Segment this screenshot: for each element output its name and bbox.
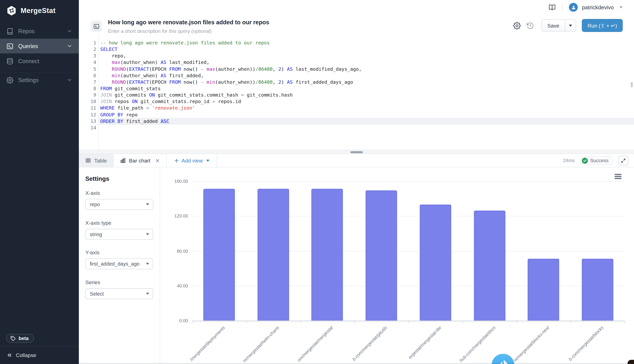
select-value: first_added_days_ago bbox=[90, 261, 140, 267]
run-status: 24ms Success bbox=[563, 154, 628, 167]
expand-results-button[interactable] bbox=[618, 156, 628, 166]
gear-icon bbox=[6, 76, 13, 84]
plus-icon bbox=[174, 158, 179, 163]
chevron-down-icon bbox=[67, 28, 72, 34]
chevron-down-icon bbox=[67, 77, 72, 83]
settings-heading: Settings bbox=[85, 175, 109, 182]
chart-menu-icon[interactable] bbox=[615, 174, 622, 179]
line-number: 2 bbox=[79, 46, 96, 52]
editor-code[interactable]: -- how long ago were renovate.json files… bbox=[100, 40, 634, 131]
book-icon bbox=[6, 28, 13, 34]
caret-down-icon bbox=[146, 293, 149, 295]
code-line-14 bbox=[100, 124, 634, 131]
results-tabbar: TableBar chartAdd view 24ms Success bbox=[79, 154, 634, 167]
query-duration: 24ms bbox=[563, 158, 575, 164]
bar-/mergestat/deployments bbox=[204, 189, 235, 321]
x-axis-select[interactable]: repo bbox=[85, 199, 153, 210]
x-axis-tick bbox=[625, 321, 625, 324]
series-select[interactable]: Select bbox=[85, 288, 153, 299]
tab-table[interactable]: Table bbox=[79, 154, 114, 167]
tag-icon bbox=[10, 336, 16, 341]
gutter-border bbox=[98, 36, 99, 150]
user-menu-caret-icon[interactable] bbox=[620, 6, 623, 8]
query-terminal-icon bbox=[90, 20, 102, 32]
results-content: Settings X-axisrepoX-axis typestringY-ax… bbox=[79, 167, 634, 364]
logo[interactable]: MergeStat bbox=[0, 0, 79, 16]
close-icon[interactable] bbox=[155, 158, 160, 163]
tab-label: Table bbox=[94, 158, 107, 164]
mergestat-logo-icon bbox=[6, 5, 17, 16]
gridline bbox=[192, 181, 625, 182]
docs-book-icon[interactable] bbox=[549, 4, 556, 11]
bar-om/mergestat/mergestat bbox=[312, 189, 343, 321]
field-label-x-axis-type: X-axis type bbox=[85, 220, 111, 226]
sidebar-item-queries[interactable]: Queries bbox=[0, 38, 79, 54]
tab-bar-chart[interactable]: Bar chart bbox=[114, 154, 166, 167]
sql-editor[interactable]: 1234567891011121314 -- how long ago were… bbox=[79, 36, 634, 150]
save-menu-button[interactable] bbox=[565, 20, 576, 31]
gridline bbox=[192, 216, 625, 216]
panel-resize-handle[interactable] bbox=[350, 151, 363, 153]
y-axis-tick-label: 40.00 bbox=[164, 283, 188, 288]
mergestat-app: MergeStat ReposQueriesConnectSettings be… bbox=[0, 0, 634, 364]
code-line-2: SELECT bbox=[100, 46, 634, 52]
tab-label: Bar chart bbox=[129, 158, 150, 164]
line-number: 8 bbox=[79, 85, 96, 92]
query-title[interactable]: How long ago were renovate.json files ad… bbox=[108, 19, 269, 26]
line-number: 13 bbox=[79, 118, 96, 124]
code-line-4: max(author_when) AS last_modified, bbox=[100, 59, 634, 66]
panel-resize-strip bbox=[79, 150, 634, 154]
collapse-button[interactable]: Collapse bbox=[0, 346, 79, 364]
gridline bbox=[192, 286, 625, 286]
bar-ergestat/mergestat-lite bbox=[420, 204, 451, 320]
check-icon bbox=[582, 158, 588, 164]
caret-down-icon bbox=[569, 24, 572, 26]
query-history-icon[interactable] bbox=[526, 22, 534, 30]
line-number: 5 bbox=[79, 66, 96, 72]
logo-text: MergeStat bbox=[20, 6, 56, 15]
avatar[interactable] bbox=[569, 3, 578, 12]
y-axis-select[interactable]: first_added_days_ago bbox=[85, 258, 153, 269]
y-axis-tick-label: 0.00 bbox=[164, 318, 188, 323]
x-axis-type-select[interactable]: string bbox=[85, 229, 153, 240]
line-number: 3 bbox=[79, 52, 96, 59]
code-line-6: min(author_when) AS first_added, bbox=[100, 72, 634, 79]
beta-label: beta bbox=[18, 336, 28, 341]
add-view-label: Add view bbox=[182, 158, 203, 164]
gridline bbox=[192, 251, 625, 251]
code-line-1: -- how long ago were renovate.json files… bbox=[100, 40, 634, 46]
add-view-button[interactable]: Add view bbox=[166, 154, 216, 167]
run-button[interactable]: Run (⇧ + ↵) bbox=[582, 19, 623, 32]
query-settings-gear-icon[interactable] bbox=[513, 22, 521, 30]
line-number: 11 bbox=[79, 105, 96, 112]
sidebar-item-label: Queries bbox=[18, 43, 62, 49]
code-line-11: WHERE file_path = 'renovate.json' bbox=[100, 105, 634, 112]
table-icon bbox=[85, 158, 91, 164]
bar-b.com/mergestat/gitutils bbox=[366, 190, 397, 320]
query-description-input[interactable]: Enter a short description for this query… bbox=[108, 28, 212, 34]
sidebar-item-label: Connect bbox=[18, 58, 72, 64]
save-button[interactable]: Save bbox=[542, 20, 565, 31]
topbar-divider bbox=[562, 4, 563, 11]
sidebar-item-settings[interactable]: Settings bbox=[0, 72, 79, 88]
select-value: repo bbox=[90, 202, 100, 207]
caret-down-icon bbox=[206, 160, 209, 162]
x-axis-label: hub.com/mergestat/docs bbox=[458, 325, 496, 363]
x-axis-tick bbox=[408, 321, 409, 324]
chat-widget-button[interactable] bbox=[492, 354, 514, 364]
code-line-7: ROUND(EXTRACT(EPOCH FROM now() - min(aut… bbox=[100, 79, 634, 85]
x-axis-label: /mergestat/deployments bbox=[189, 325, 226, 362]
field-label-series: Series bbox=[85, 279, 100, 286]
bar-hub.com/mergestat/docs bbox=[474, 211, 505, 321]
line-number: 14 bbox=[79, 124, 96, 131]
sidebar-item-repos[interactable]: Repos bbox=[0, 24, 79, 38]
view-tabs: TableBar chartAdd view bbox=[79, 154, 217, 167]
sidebar-item-connect[interactable]: Connect bbox=[0, 54, 79, 68]
save-split-button: Save bbox=[541, 19, 576, 32]
topbar: patrickdevivo bbox=[79, 0, 634, 14]
y-axis-tick-label: 120.00 bbox=[164, 214, 188, 218]
line-number: 4 bbox=[79, 59, 96, 66]
nav-divider bbox=[0, 68, 79, 72]
username[interactable]: patrickdevivo bbox=[582, 4, 614, 10]
x-axis-label: b.com/mergestat/blocks bbox=[568, 325, 604, 362]
